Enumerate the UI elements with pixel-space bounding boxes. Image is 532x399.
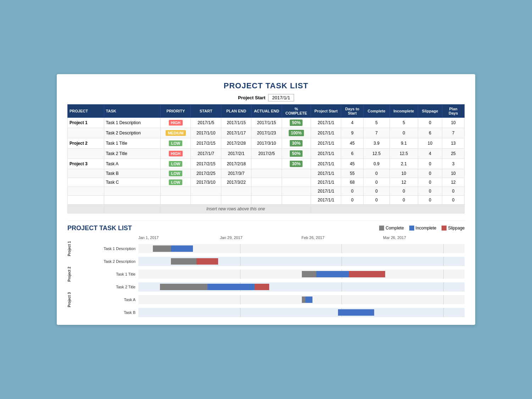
cell-pct: 50% bbox=[282, 148, 311, 159]
cell-pct bbox=[282, 195, 311, 204]
main-card: PROJECT TASK LIST Project Start 2017/1/1… bbox=[57, 74, 475, 325]
gantt-bar-area bbox=[138, 257, 465, 266]
gantt-task-label: Task A bbox=[74, 298, 138, 302]
cell-complete: 0 bbox=[364, 178, 390, 187]
pct-badge: 50% bbox=[290, 150, 303, 157]
table-row: 2017/1/1 0 0 0 0 0 bbox=[68, 195, 465, 204]
cell-projstart: 2017/1/1 bbox=[311, 159, 341, 169]
gantt-project-label: Project 1 bbox=[67, 241, 74, 256]
cell-priority bbox=[161, 195, 191, 204]
table-row: Task 2 Description MEDIUM 2017/1/10 2017… bbox=[68, 128, 465, 138]
gantt-vline bbox=[240, 244, 240, 253]
gantt-vline bbox=[443, 308, 444, 317]
col-plandays: Plan Days bbox=[442, 104, 465, 117]
timeline-label-4: Mar 26, 2017 bbox=[383, 235, 465, 240]
table-section: PROJECT TASK LIST Project Start 2017/1/1… bbox=[67, 81, 465, 214]
cell-task: Task 2 Title bbox=[104, 148, 161, 159]
cell-start: 2017/1/5 bbox=[191, 117, 221, 128]
gantt-bar-area bbox=[138, 244, 465, 253]
gantt-bar-area bbox=[138, 295, 465, 304]
cell-planend: 2017/3/7 bbox=[221, 169, 251, 178]
cell-priority bbox=[161, 187, 191, 195]
cell-daystostart: 0 bbox=[341, 195, 364, 204]
gantt-label-group: Task 2 Description bbox=[67, 259, 138, 264]
cell-planend: 2017/1/15 bbox=[221, 117, 251, 128]
cell-slippage: 0 bbox=[418, 159, 442, 169]
gantt-vline bbox=[443, 270, 444, 279]
cell-projstart: 2017/1/1 bbox=[311, 195, 341, 204]
cell-complete: 12.5 bbox=[364, 148, 390, 159]
cell-pct bbox=[282, 169, 311, 178]
priority-badge: LOW bbox=[169, 140, 182, 146]
gantt-vline bbox=[240, 308, 240, 317]
gantt-task-label: Task B bbox=[74, 310, 138, 315]
gantt-bar-incomplete bbox=[171, 245, 193, 252]
cell-planend: 2017/1/17 bbox=[221, 128, 251, 138]
chart-section: PROJECT TASK LIST Complete Incomplete Sl… bbox=[67, 221, 465, 317]
col-slippage: Slippage bbox=[418, 104, 442, 117]
cell-actualend bbox=[251, 169, 282, 178]
cell-project bbox=[68, 178, 104, 187]
cell-projstart: 2017/1/1 bbox=[311, 169, 341, 178]
cell-planend bbox=[221, 195, 251, 204]
cell-slippage: 0 bbox=[418, 117, 442, 128]
gantt-vline bbox=[342, 244, 342, 253]
cell-incomplete: 5 bbox=[390, 117, 418, 128]
gantt-task-label: Task 2 Title bbox=[74, 285, 138, 289]
gantt-bar-incomplete bbox=[207, 284, 255, 290]
legend-slippage-box bbox=[442, 226, 447, 231]
gantt-task-label: Task 1 Description bbox=[74, 246, 138, 251]
cell-daystostart: 45 bbox=[341, 159, 364, 169]
cell-planend: 2017/3/22 bbox=[221, 178, 251, 187]
gantt-bar-complete bbox=[160, 284, 207, 290]
gantt-bar-area bbox=[138, 308, 465, 317]
cell-actualend: 2017/2/5 bbox=[251, 148, 282, 159]
cell-plandays: 3 bbox=[442, 159, 465, 169]
cell-projstart: 2017/1/1 bbox=[311, 128, 341, 138]
col-project: PROJECT bbox=[68, 104, 104, 117]
cell-plandays: 13 bbox=[442, 138, 465, 148]
cell-actualend: 2017/3/10 bbox=[251, 138, 282, 148]
cell-daystostart: 9 bbox=[341, 128, 364, 138]
gantt-bar-complete bbox=[153, 245, 171, 252]
gantt-label-group: Project 2Task 1 Title bbox=[67, 267, 138, 282]
cell-project: Project 2 bbox=[68, 138, 104, 148]
cell-pct: 30% bbox=[282, 159, 311, 169]
cell-actualend: 2017/1/23 bbox=[251, 128, 282, 138]
timeline-label-3: Feb 26, 2017 bbox=[301, 235, 383, 240]
cell-project bbox=[68, 169, 104, 178]
cell-incomplete: 12.5 bbox=[390, 148, 418, 159]
cell-plandays: 10 bbox=[442, 117, 465, 128]
gantt-label-group: Project 1Task 1 Description bbox=[67, 241, 138, 256]
cell-complete: 3.9 bbox=[364, 138, 390, 148]
chart-header: PROJECT TASK LIST Complete Incomplete Sl… bbox=[67, 225, 465, 232]
cell-priority: LOW bbox=[161, 138, 191, 148]
cell-daystostart: 45 bbox=[341, 138, 364, 148]
col-complete: Complete bbox=[364, 104, 390, 117]
gantt-row: Task 2 Description bbox=[67, 257, 465, 266]
gantt-task-label: Task 1 Title bbox=[74, 272, 138, 276]
page-title: PROJECT TASK LIST bbox=[67, 81, 465, 90]
cell-plandays: 0 bbox=[442, 195, 465, 204]
priority-badge: LOW bbox=[169, 171, 182, 176]
gantt-bar-area bbox=[138, 270, 465, 279]
cell-task: Task 2 Description bbox=[104, 128, 161, 138]
cell-task: Task A bbox=[104, 159, 161, 169]
cell-incomplete: 12 bbox=[390, 178, 418, 187]
cell-slippage: 0 bbox=[418, 195, 442, 204]
priority-badge: LOW bbox=[169, 179, 182, 185]
cell-complete: 0 bbox=[364, 195, 390, 204]
cell-planend: 2017/2/18 bbox=[221, 159, 251, 169]
gantt-project-label: Project 3 bbox=[67, 292, 74, 307]
col-projstart: Project Start bbox=[311, 104, 341, 117]
gantt-vline bbox=[443, 282, 444, 292]
cell-task: Task B bbox=[104, 169, 161, 178]
gantt-row: Project 3Task A bbox=[67, 292, 465, 307]
gantt-bar-complete bbox=[171, 258, 196, 265]
gantt-row: Project 1Task 1 Description bbox=[67, 241, 465, 256]
legend-complete-box bbox=[379, 226, 384, 231]
gantt-bar-area bbox=[138, 282, 465, 292]
gantt-task-label: Task 2 Description bbox=[74, 259, 138, 264]
cell-start: 2017/1/7 bbox=[191, 148, 221, 159]
cell-start: 2017/1/10 bbox=[191, 128, 221, 138]
